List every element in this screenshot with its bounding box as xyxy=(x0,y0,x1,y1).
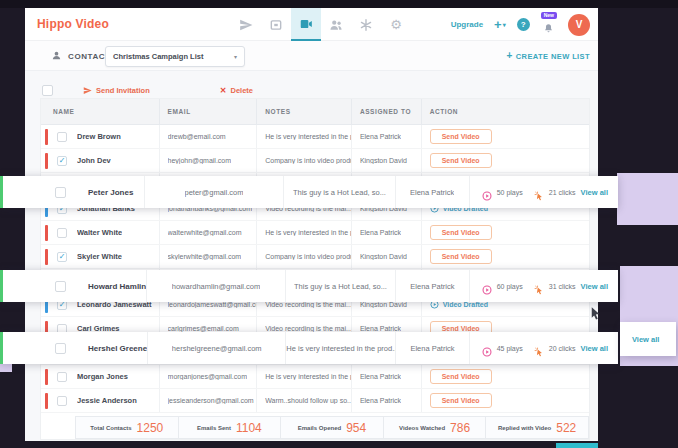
contacts-table: NAME EMAIL NOTES ASSIGNED TO ACTION Drew… xyxy=(40,98,590,440)
contact-notes: Company is into video produ... xyxy=(265,157,351,164)
view-all-link[interactable]: View all xyxy=(632,335,659,344)
contact-list-bar: CONTACT LIST Christmas Campaign List ▾ +… xyxy=(25,41,598,71)
avatar[interactable]: V xyxy=(568,14,590,36)
send-video-button[interactable]: Send Video xyxy=(430,249,492,264)
nav-video-camera-icon[interactable] xyxy=(291,8,321,41)
plays-count: 45 plays xyxy=(497,345,523,352)
send-video-button[interactable]: Send Video xyxy=(430,393,492,408)
nav-gear-icon[interactable]: ⚙ xyxy=(381,8,411,41)
stat-value: 1104 xyxy=(236,421,262,435)
nav-paper-plane-icon[interactable] xyxy=(231,8,261,41)
send-video-button[interactable]: Send Video xyxy=(430,225,492,240)
create-new-list-button[interactable]: + CREATE NEW LIST xyxy=(507,41,590,71)
summary-stat: Replied with Video 522 xyxy=(485,417,588,438)
table-row[interactable]: ✓ Skyler White skylerwhite@gmail.com Com… xyxy=(41,245,589,269)
background-top-strip xyxy=(0,0,678,8)
click-cursor-icon xyxy=(534,281,544,291)
x-icon: ✕ xyxy=(220,86,227,95)
play-circle-icon xyxy=(482,187,492,197)
row-checkbox[interactable]: ✓ xyxy=(57,252,67,262)
highlighted-contact-row[interactable]: Peter Jones peter@gmail.com This guy is … xyxy=(0,176,618,208)
highlighted-contact-row[interactable]: Howard Hamlin howardhamlin@gmail.com Thi… xyxy=(0,270,618,302)
row-status-indicator xyxy=(45,129,48,145)
notifications-button[interactable]: New xyxy=(541,12,557,38)
nav-asterisk-icon[interactable] xyxy=(351,8,381,41)
contact-assigned: Elena Patrick xyxy=(360,325,401,332)
table-row[interactable]: Drew Brown drewb@email.com He is very in… xyxy=(41,125,589,149)
row-checkbox[interactable] xyxy=(57,372,67,382)
view-all-link[interactable]: View all xyxy=(581,188,608,197)
contact-notes: He is very interested in the prod... xyxy=(265,133,351,140)
plus-icon: + xyxy=(507,51,513,61)
create-new-list-label: CREATE NEW LIST xyxy=(516,52,590,61)
contact-name: John Dev xyxy=(77,156,111,165)
plus-icon: + xyxy=(494,18,502,31)
teal-edge-strip xyxy=(556,443,598,448)
contact-notes: Warm..should follow up so... xyxy=(265,397,351,404)
row-checkbox[interactable] xyxy=(57,228,67,238)
row-status-indicator xyxy=(45,225,48,241)
click-cursor-icon xyxy=(534,343,544,353)
contact-email: walterwhite@gmail.com xyxy=(168,229,242,236)
screenshot-root: Hippo Video ⚙ Upgrade + ▾ ? New V CONTA xyxy=(0,0,678,448)
contact-email: howardhamlin@gmail.com xyxy=(172,282,260,291)
contact-assigned: Kingston David xyxy=(360,253,407,260)
contact-email: jessieanderson@gmail.com xyxy=(168,397,254,404)
contact-email: skylerwhite@gmail.com xyxy=(168,253,242,260)
send-video-button[interactable]: Send Video xyxy=(430,153,492,168)
send-invitation-button[interactable]: Send Invitation xyxy=(83,81,150,99)
stat-label: Replied with Video xyxy=(498,425,551,431)
nav-screen-icon[interactable] xyxy=(261,8,291,41)
delete-label: Delete xyxy=(230,86,253,95)
click-cursor-icon xyxy=(534,187,544,197)
view-all-link[interactable]: View all xyxy=(581,282,608,291)
contact-name: Morgan Jones xyxy=(77,372,128,381)
stat-value: 1250 xyxy=(137,421,164,435)
mouse-cursor-icon xyxy=(591,306,600,324)
summary-stats-bar: Total Contacts 1250 Emails Sent 1104 Ema… xyxy=(75,416,589,439)
top-bar: Hippo Video ⚙ Upgrade + ▾ ? New V xyxy=(25,8,598,41)
plays-count: 50 plays xyxy=(497,189,523,196)
stat-value: 786 xyxy=(450,421,470,435)
row-checkbox[interactable] xyxy=(57,132,67,142)
row-checkbox[interactable] xyxy=(55,187,66,198)
stat-value: 954 xyxy=(346,421,366,435)
row-checkbox[interactable] xyxy=(55,343,66,354)
create-menu-button[interactable]: + ▾ xyxy=(494,18,506,31)
help-button[interactable]: ? xyxy=(517,18,530,31)
nav-users-icon[interactable] xyxy=(321,8,351,41)
select-all-checkbox[interactable] xyxy=(42,85,53,96)
contact-email: heyjohn@gmail.com xyxy=(168,157,232,164)
contact-notes: Video recording is the mai... xyxy=(265,301,351,308)
top-right-controls: Upgrade + ▾ ? New V xyxy=(451,8,590,41)
summary-stat: Emails Opened 954 xyxy=(280,417,383,438)
row-checkbox[interactable] xyxy=(55,281,66,292)
contact-assigned: Elena Patrick xyxy=(360,373,401,380)
row-checkbox[interactable]: ✓ xyxy=(57,156,67,166)
column-header-notes: NOTES xyxy=(256,99,351,124)
summary-stat: Emails Sent 1104 xyxy=(178,417,281,438)
summary-stat: Total Contacts 1250 xyxy=(76,417,178,438)
table-row[interactable]: Jessie Anderson jessieanderson@gmail.com… xyxy=(41,389,589,413)
contact-email: carlgrimes@email.com xyxy=(168,325,239,332)
delete-button[interactable]: ✕ Delete xyxy=(220,86,253,95)
view-all-link[interactable]: View all xyxy=(581,344,608,353)
row-checkbox[interactable] xyxy=(57,396,67,406)
table-body: Drew Brown drewb@email.com He is very in… xyxy=(41,125,589,413)
list-select-dropdown[interactable]: Christmas Campaign List ▾ xyxy=(105,46,245,67)
table-row[interactable]: ✓ John Dev heyjohn@gmail.com Company is … xyxy=(41,149,589,173)
highlighted-contact-row[interactable]: Hershel Greene hershelgreene@gmail.com H… xyxy=(0,332,618,364)
upgrade-link[interactable]: Upgrade xyxy=(451,20,483,29)
row-status-indicator xyxy=(45,249,48,265)
table-row[interactable]: Walter White walterwhite@gmail.com He is… xyxy=(41,221,589,245)
stat-value: 522 xyxy=(556,421,576,435)
send-video-button[interactable]: Send Video xyxy=(430,369,492,384)
stat-label: Total Contacts xyxy=(90,425,131,431)
list-select-value: Christmas Campaign List xyxy=(113,52,233,61)
contact-assigned: Elena Patrick xyxy=(360,133,401,140)
view-all-popup[interactable]: View all xyxy=(620,322,676,356)
contact-assigned: Elena Patrick xyxy=(410,344,454,353)
send-video-button[interactable]: Send Video xyxy=(430,129,492,144)
contact-assigned: Kingston David xyxy=(360,301,407,308)
table-row[interactable]: Morgan Jones morganjones@gmail.com He is… xyxy=(41,365,589,389)
